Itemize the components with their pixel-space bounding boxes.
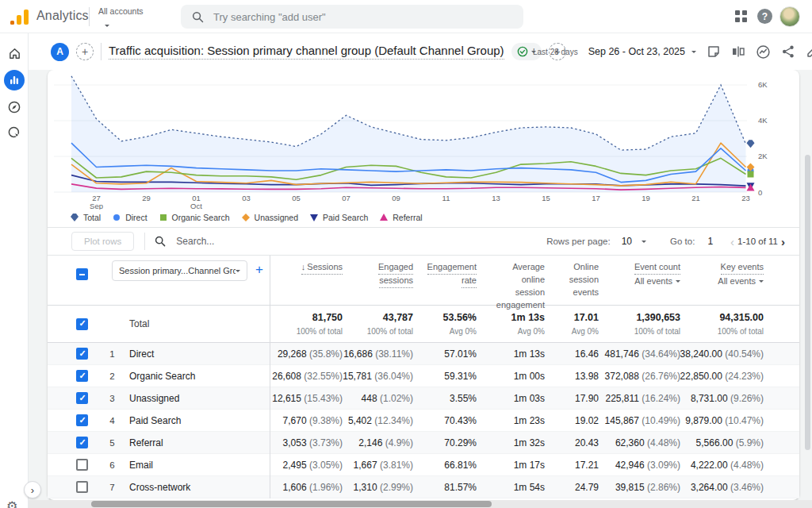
row-number: 3 <box>109 394 114 403</box>
app-title: Analytics <box>36 9 89 23</box>
column-label: events <box>573 287 599 299</box>
add-dimension-button[interactable]: + <box>255 263 263 276</box>
total-metric-cell: 1,390,653100% of total <box>599 310 680 337</box>
apps-grid-icon[interactable] <box>734 10 748 23</box>
metric-cell: 1,606 (1.96%) <box>283 482 343 493</box>
row-checkbox[interactable] <box>76 459 88 471</box>
column-header-average-online-session-engagement[interactable]: Averageonlinesessionengagement <box>477 261 545 312</box>
plot-rows-button[interactable]: Plot rows <box>71 232 134 251</box>
global-search-placeholder: Try searching "add user" <box>213 11 326 23</box>
next-page-icon[interactable]: › <box>778 236 788 248</box>
table-row-cross-network[interactable]: 7 Cross-network1,606 (1.96%)1,310 (2.99%… <box>48 476 799 498</box>
column-label: Key events <box>721 261 764 275</box>
property-avatar[interactable]: A <box>51 43 69 61</box>
analytics-logo-icon[interactable] <box>10 9 31 25</box>
row-number: 5 <box>109 438 114 448</box>
table-search-input[interactable]: Search... <box>155 236 214 247</box>
row-checkbox[interactable] <box>76 481 88 493</box>
goto-value[interactable]: 1 <box>707 236 713 247</box>
svg-text:0: 0 <box>758 188 762 197</box>
metric-cell: 62,360 (4.48%) <box>615 437 680 448</box>
prev-page-icon[interactable]: ‹ <box>727 236 737 248</box>
select-all-checkbox[interactable] <box>76 268 88 280</box>
column-header-event-count[interactable]: Event countAll events <box>599 261 680 312</box>
nav-advertising-icon[interactable] <box>4 122 25 143</box>
legend-label: Organic Search <box>172 213 230 222</box>
column-label: Engaged <box>378 261 413 275</box>
column-header-online-session-events[interactable]: Onlinesessionevents <box>545 261 599 312</box>
row-checkbox[interactable] <box>76 370 88 382</box>
table-body: 1 Direct29,268 (35.8%)16,686 (38.11%)57.… <box>48 343 799 498</box>
nav-home-icon[interactable] <box>4 43 25 64</box>
channel-name: Paid Search <box>129 415 270 426</box>
column-label: Average <box>512 261 545 274</box>
add-comparison-button[interactable]: + <box>76 43 94 60</box>
metric-filter[interactable]: All events <box>634 275 680 288</box>
column-header-key-events[interactable]: Key eventsAll events <box>680 261 764 312</box>
vertical-scrollbar[interactable] <box>805 155 810 450</box>
table-row-unassigned[interactable]: 3 Unassigned12,615 (15.43%)448 (1.02%)3.… <box>48 387 799 410</box>
total-row-checkbox[interactable] <box>76 318 88 330</box>
channel-name: Cross-network <box>129 482 270 493</box>
table-row-paid-search[interactable]: 4 Paid Search7,670 (9.38%)5,402 (12.34%)… <box>48 410 799 432</box>
account-switcher[interactable]: All accounts <box>98 6 144 29</box>
legend-item-organic-search[interactable]: Organic Search <box>159 213 230 222</box>
svg-text:03: 03 <box>242 194 251 202</box>
legend-label: Direct <box>125 213 147 222</box>
dimension-selector[interactable]: Session primary...Channel Group) <box>112 260 247 281</box>
row-checkbox[interactable] <box>76 437 88 448</box>
nav-explore-icon[interactable] <box>4 97 25 117</box>
table-row-organic-search[interactable]: 2 Organic Search26,608 (32.55%)15,781 (3… <box>48 365 799 387</box>
search-icon <box>192 11 204 23</box>
nav-reports-icon[interactable] <box>4 70 25 90</box>
rows-per-page-value[interactable]: 10 <box>622 236 632 247</box>
table-search-placeholder: Search... <box>176 236 214 247</box>
metric-cell: 5,566.00 (5.9%) <box>696 437 764 448</box>
table-row-email[interactable]: 6 Email2,495 (3.05%)1,667 (3.81%)66.81%1… <box>48 454 799 476</box>
metric-cell: 26,608 (32.55%) <box>272 371 343 382</box>
row-number: 1 <box>109 349 114 359</box>
metric-filter[interactable]: All events <box>718 275 764 288</box>
chevron-down-icon[interactable] <box>642 241 646 243</box>
nav-expand-button[interactable]: › <box>24 481 41 498</box>
global-search-input[interactable]: Try searching "add user" <box>181 5 523 29</box>
triangle-down-icon <box>309 213 319 222</box>
total-metric-cell: 43,787100% of total <box>343 310 413 337</box>
report-title[interactable]: Traffic acquisition: Session primary cha… <box>109 44 504 60</box>
chevron-down-icon <box>759 280 764 283</box>
date-range-selector[interactable]: Sep 26 - Oct 23, 2025 <box>588 46 685 57</box>
insights-icon[interactable] <box>756 44 771 60</box>
diamond-icon <box>241 213 251 222</box>
horizontal-scrollbar[interactable] <box>91 501 492 507</box>
share-icon[interactable] <box>781 44 795 59</box>
user-avatar[interactable] <box>779 6 800 27</box>
legend-item-direct[interactable]: Direct <box>112 213 147 222</box>
help-icon[interactable]: ? <box>757 9 772 24</box>
column-header-sessions[interactable]: ↓Sessions <box>270 261 343 312</box>
metric-cell: 17.90 <box>575 393 599 404</box>
horizontal-scrollbar-track[interactable] <box>29 500 812 508</box>
notes-icon[interactable] <box>707 44 721 59</box>
column-header-engagement-rate[interactable]: Engagementrate <box>413 261 477 312</box>
table-row-referral[interactable]: 5 Referral3,053 (3.73%)2,146 (4.9%)70.29… <box>48 432 799 454</box>
legend-item-referral[interactable]: Referral <box>379 213 422 222</box>
traffic-line-chart[interactable]: 27Sep2901Oct03050709111315171921236K4K2K… <box>48 70 799 210</box>
metric-cell: 8,731.00 (9.26%) <box>691 393 764 404</box>
row-checkbox[interactable] <box>76 392 88 404</box>
row-checkbox[interactable] <box>76 348 88 360</box>
legend-item-unassigned[interactable]: Unassigned <box>241 213 298 222</box>
column-header-engaged-sessions[interactable]: Engagedsessions <box>343 261 413 312</box>
admin-gear-icon[interactable]: ⚙ <box>6 500 17 508</box>
square-icon <box>159 213 168 222</box>
table-row-direct[interactable]: 1 Direct29,268 (35.8%)16,686 (38.11%)57.… <box>48 343 799 365</box>
legend-item-total[interactable]: Total <box>70 213 101 222</box>
compare-icon[interactable] <box>731 44 745 59</box>
row-checkbox[interactable] <box>76 414 88 426</box>
metric-cell: 57.01% <box>444 348 477 360</box>
legend-item-paid-search[interactable]: Paid Search <box>309 213 368 222</box>
edit-report-icon[interactable] <box>806 44 812 59</box>
dimension-selector-value: Session primary...Channel Group) <box>119 266 236 275</box>
total-metric-cell: 53.56%Avg 0% <box>413 310 477 337</box>
metric-cell: 1m 03s <box>514 393 545 404</box>
channel-name: Direct <box>129 348 270 360</box>
